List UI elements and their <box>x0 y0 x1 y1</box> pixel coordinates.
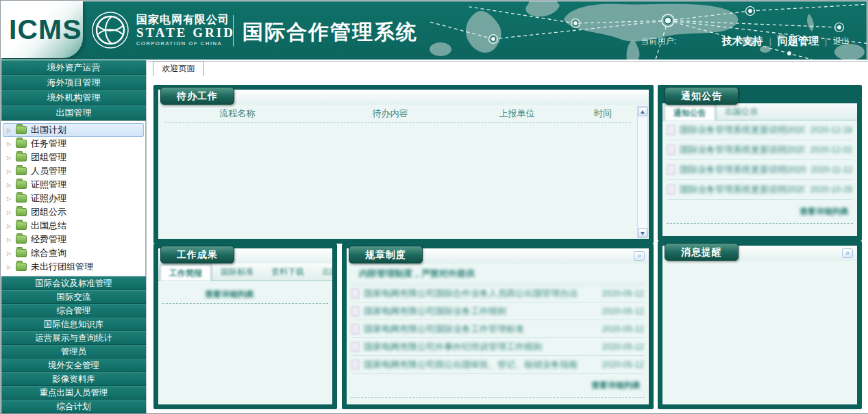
tree-expand-icon[interactable]: ▷ <box>7 168 16 174</box>
brand-block: 国家电网有限公司 STATE GRID CORPORATION OF CHINA <box>90 10 235 50</box>
todo-panel-title: 待办工作 <box>160 87 234 105</box>
tree-expand-icon[interactable]: ▷ <box>7 237 16 243</box>
folder-icon <box>16 140 27 148</box>
todo-col-content: 待办内容 <box>316 107 464 121</box>
sidebar-tree: ▷ 出国计划 ▷ 任务管理 ▷ 团组管理 ▷ 人员管理 ▷ <box>1 120 146 276</box>
sidebar-group-overseas-assets[interactable]: 境外资产运营 <box>1 60 146 75</box>
issue-management-link[interactable]: 问题管理 <box>778 35 819 48</box>
subtab-downloads[interactable]: 资料下载 <box>262 263 313 280</box>
document-icon <box>667 185 675 194</box>
sidebar-group-intl-knowledge-base[interactable]: 国际信息知识库 <box>1 318 146 331</box>
tree-expand-icon[interactable]: ▷ <box>7 127 16 133</box>
tree-item-task-management[interactable]: ▷ 任务管理 <box>3 137 144 151</box>
tree-item-label: 任务管理 <box>31 138 66 150</box>
rules-more-link[interactable]: 查看详细列表 <box>591 380 641 390</box>
subtab-notice[interactable]: 通知公告 <box>664 104 716 120</box>
document-icon <box>351 324 359 334</box>
results-more-row: 查看详细列表 <box>158 281 332 300</box>
tree-expand-icon[interactable]: ▷ <box>7 182 16 188</box>
tree-item-group-management[interactable]: ▷ 团组管理 <box>3 151 144 164</box>
tree-item-comprehensive-query[interactable]: ▷ 综合查询 <box>3 246 144 260</box>
tree-expand-icon[interactable]: ▷ <box>7 264 16 270</box>
rules-list-item[interactable]: 国家电网有限公司国际业务工作细则 2020-05-12 <box>351 302 644 320</box>
logout-link[interactable]: 退出 <box>833 36 850 47</box>
results-subtabs: 工作简报 国际标准 资料下载 出国成果 <box>158 263 332 281</box>
tree-item-label: 综合查询 <box>31 247 66 259</box>
tree-expand-icon[interactable]: ▷ <box>7 141 16 147</box>
tree-expand-icon[interactable]: ▷ <box>7 209 16 216</box>
scroll-down-icon[interactable] <box>638 228 647 237</box>
sidebar-group-intl-exchange[interactable]: 国际交流 <box>1 290 146 304</box>
results-panel-body: 工作简报 国际标准 资料下载 出国成果 查看详细列表 <box>158 248 332 404</box>
expand-panel-icon[interactable]: » <box>842 248 853 258</box>
results-more-link[interactable]: 查看详细列表 <box>205 289 254 299</box>
results-bottom-divider <box>162 303 328 304</box>
tree-expand-icon[interactable]: ▷ <box>7 250 16 257</box>
tree-item-label: 团组管理 <box>31 151 66 164</box>
document-icon <box>351 307 359 316</box>
tree-item-certificate-management[interactable]: ▷ 证照管理 <box>3 178 144 192</box>
todo-col-report-unit: 上报单位 <box>464 107 570 121</box>
sidebar-bottom-groups: 国际会议及标准管理 国际交流 综合管理 国际信息知识库 运营展示与查询统计 管理… <box>1 276 146 413</box>
tree-item-abroad-plan[interactable]: ▷ 出国计划 <box>3 123 144 137</box>
notice-list-item[interactable]: 国际业务管理系统更新说明20201029 2020-10-29 <box>667 180 852 200</box>
folder-icon <box>16 235 27 244</box>
tree-expand-icon[interactable]: ▷ <box>7 196 16 202</box>
rules-panel: 规章制度 » 内部管理制度，严禁对外提供 国家电网有限公司国际合作业务人员因公出… <box>342 244 654 409</box>
subtab-abroad-results[interactable]: 出国成果 <box>313 263 332 280</box>
subtab-intl-standards[interactable]: 国际标准 <box>212 263 262 280</box>
icms-logo-text: ICMS <box>1 14 82 46</box>
todo-scrollbar[interactable] <box>637 106 648 238</box>
sidebar-group-overseas-projects[interactable]: 海外项目管理 <box>1 75 146 90</box>
sidebar-group-key-personnel[interactable]: 重点出国人员管理 <box>1 386 146 400</box>
sidebar-group-operation-display[interactable]: 运营展示与查询统计 <box>1 331 146 345</box>
tree-item-personnel-management[interactable]: ▷ 人员管理 <box>3 164 144 178</box>
tree-expand-icon[interactable]: ▷ <box>7 223 16 229</box>
sidebar-group-intl-meetings[interactable]: 国际会议及标准管理 <box>1 276 146 290</box>
tree-item-label: 团组公示 <box>31 206 66 218</box>
folder-icon <box>16 208 27 216</box>
subtab-work-briefing[interactable]: 工作简报 <box>160 264 212 281</box>
sidebar-group-media-library[interactable]: 影像资料库 <box>1 372 146 386</box>
tree-item-certificate-handling[interactable]: ▷ 证照办理 <box>3 192 144 205</box>
link-separator: | <box>769 37 771 47</box>
tree-item-label: 人员管理 <box>31 165 66 177</box>
tab-welcome-page[interactable]: 欢迎页面 <box>153 61 204 76</box>
tabstrip-line <box>147 61 868 62</box>
sidebar-group-comprehensive-mgmt[interactable]: 综合管理 <box>1 304 146 318</box>
tree-item-label: 证照办理 <box>31 192 66 205</box>
notice-list-item[interactable]: 国际业务管理系统更新说明20201112 2020-11-12 <box>667 160 852 180</box>
sidebar-group-overseas-orgs[interactable]: 境外机构管理 <box>1 90 146 105</box>
notice-list-item[interactable]: 国际业务管理系统更新说明20201202 2020-12-02 <box>667 140 852 160</box>
folder-icon <box>16 153 27 161</box>
company-name-block: 国家电网有限公司 STATE GRID CORPORATION OF CHINA <box>136 14 235 47</box>
tree-item-group-publicity[interactable]: ▷ 团组公示 <box>3 205 144 219</box>
company-name-sub: CORPORATION OF CHINA <box>136 40 235 47</box>
expand-panel-icon[interactable]: » <box>634 251 645 261</box>
folder-icon <box>16 181 27 189</box>
subtab-abroad-publicity[interactable]: 出国公示 <box>716 103 767 120</box>
scroll-up-icon[interactable] <box>638 107 647 116</box>
tree-item-funds-management[interactable]: ▷ 经费管理 <box>3 233 144 246</box>
sidebar-group-comprehensive-plan[interactable]: 综合计划 <box>1 400 146 413</box>
tree-item-abroad-summary[interactable]: ▷ 出国总结 <box>3 219 144 233</box>
document-icon <box>667 145 675 155</box>
rules-list-item[interactable]: 国家电网有限公司外事外纪培训管理工作细则 2020-05-12 <box>351 338 644 356</box>
sidebar-group-administrator[interactable]: 管理员 <box>1 345 146 359</box>
notice-panel-body: 通知公告 出国公示 国际业务管理系统更新说明20201218 2020-12-1… <box>662 103 857 236</box>
company-name-en: STATE GRID <box>136 26 235 40</box>
tech-support-link[interactable]: 技术支持 <box>722 35 763 48</box>
sidebar-group-overseas-security[interactable]: 境外安全管理 <box>1 359 146 372</box>
rules-list-item[interactable]: 国家电网有限公司国际业务工作管理标准 2020-05-12 <box>351 320 644 338</box>
sidebar-group-abroad-management[interactable]: 出国管理 <box>1 105 146 120</box>
rules-list-item[interactable]: 国家电网有限公司因公出国审批、登记、核销业务指南 2020-05-12 <box>351 356 644 374</box>
notice-more-link[interactable]: 查看详细列表 <box>799 207 849 216</box>
tree-expand-icon[interactable]: ▷ <box>7 155 16 161</box>
document-icon <box>667 125 675 135</box>
tree-item-label: 出国总结 <box>31 220 66 232</box>
notice-list-item[interactable]: 国际业务管理系统更新说明20201218 2020-12-18 <box>667 120 852 140</box>
tree-item-untraveled-groups[interactable]: ▷ 未出行团组管理 <box>3 260 144 274</box>
document-icon <box>351 342 359 352</box>
rules-list-item[interactable]: 国家电网有限公司国际合作业务人员因公出国管理办法 2020-05-12 <box>351 285 644 302</box>
folder-icon <box>16 222 27 230</box>
